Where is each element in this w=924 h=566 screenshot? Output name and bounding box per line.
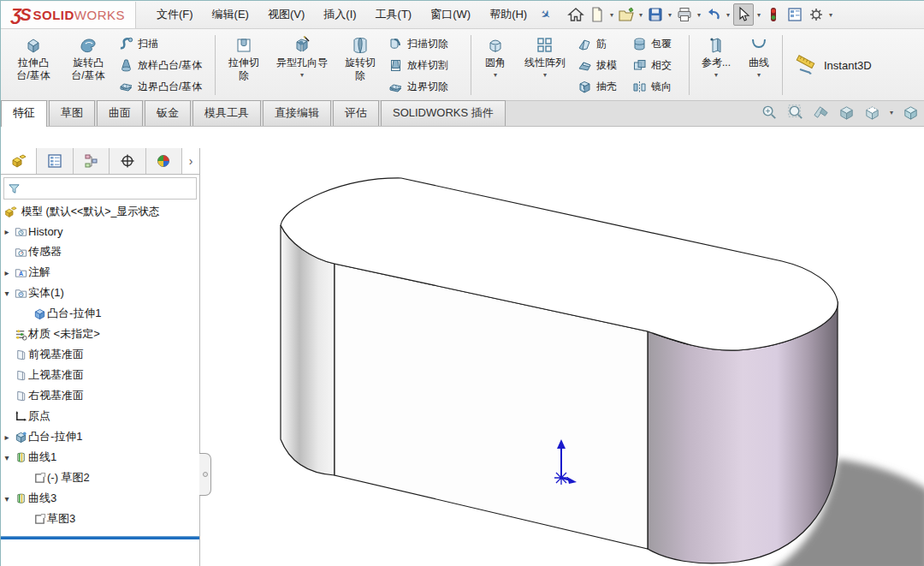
reference-geometry-button[interactable]: 参考... ▾ (693, 32, 739, 98)
undo-button[interactable] (704, 4, 723, 25)
new-dropdown[interactable]: ▾ (610, 11, 613, 19)
rollback-bar[interactable] (1, 536, 199, 539)
tab-direct-editing[interactable]: 直接编辑 (263, 100, 331, 126)
expand-arrow-icon[interactable]: ▾ (1, 494, 13, 503)
display-style-icon[interactable] (863, 104, 881, 122)
tree-item-top-plane[interactable]: 上视基准面 (1, 365, 199, 385)
reference-dropdown[interactable]: ▾ (714, 71, 718, 79)
tab-features[interactable]: 特征 (1, 100, 47, 127)
boundary-cut-button[interactable]: 边界切除 (385, 76, 467, 98)
tree-item-sketch3[interactable]: 草图3 (1, 509, 199, 529)
hole-wizard-button[interactable]: 异型孔向导 ▾ (269, 32, 335, 98)
expand-arrow-icon[interactable]: ▸ (1, 268, 13, 277)
extruded-cut-button[interactable]: 拉伸切 除 (219, 32, 269, 98)
model-left-cylinder-face[interactable] (281, 225, 335, 475)
sweep-button[interactable]: 扫描 (116, 33, 211, 55)
shell-button[interactable]: 抽壳 (574, 76, 629, 98)
home-button[interactable] (566, 4, 585, 25)
tab-dimxpert[interactable] (110, 148, 145, 174)
print-dropdown[interactable]: ▾ (697, 11, 701, 19)
open-dropdown[interactable]: ▾ (639, 11, 643, 19)
tree-item-solid-bodies[interactable]: ▾ 实体(1) (1, 283, 199, 303)
mirror-button[interactable]: 镜向 (629, 76, 685, 98)
loft-boss-button[interactable]: 放样凸台/基体 (116, 55, 211, 76)
menu-file[interactable]: 文件(F) (148, 2, 202, 27)
tree-item-front-plane[interactable]: 前视基准面 (1, 344, 199, 365)
appearance-icon[interactable] (902, 104, 920, 122)
tab-feature-manager[interactable] (1, 148, 37, 174)
tab-display-manager[interactable] (146, 148, 182, 174)
panel-splitter-handle[interactable] (199, 453, 211, 496)
tree-item-history[interactable]: ▸ History (1, 221, 199, 241)
select-dropdown[interactable]: ▾ (757, 11, 761, 19)
print-button[interactable] (675, 4, 694, 25)
tree-item-right-plane[interactable]: 右视基准面 (1, 385, 199, 406)
rib-button[interactable]: 筋 (574, 33, 629, 55)
open-button[interactable] (617, 4, 636, 25)
expand-arrow-icon[interactable]: ▾ (1, 453, 13, 462)
zoom-area-icon[interactable] (786, 104, 804, 122)
boundary-boss-button[interactable]: 边界凸台/基体 (116, 76, 211, 98)
view-orientation-icon[interactable] (838, 104, 856, 122)
display-pane-button[interactable] (785, 4, 804, 25)
tree-item-material[interactable]: 材质 <未指定> (1, 324, 199, 344)
tree-item-sensors[interactable]: 传感器 (1, 241, 199, 262)
tab-mold-tools[interactable]: 模具工具 (192, 100, 261, 126)
lofted-cut-button[interactable]: 放样切割 (385, 55, 467, 76)
fillet-button[interactable]: 圆角 ▾ (475, 32, 516, 98)
tree-item-curve1[interactable]: ▾ 曲线1 (1, 447, 199, 468)
select-button[interactable] (733, 3, 754, 26)
menu-help[interactable]: 帮助(H) (481, 2, 536, 27)
tree-item-boss-extrude1[interactable]: ▸ 凸台-拉伸1 (1, 426, 199, 447)
zoom-fit-icon[interactable] (761, 104, 779, 122)
pin-menu-icon[interactable]: ✈ (537, 6, 554, 23)
wrap-button[interactable]: 包覆 (629, 33, 685, 55)
menu-window[interactable]: 窗口(W) (422, 2, 479, 27)
tree-item-curve3[interactable]: ▾ 曲线3 (1, 488, 199, 509)
tree-item-solid-body-boss-extrude1[interactable]: 凸台-拉伸1 (1, 303, 199, 324)
tree-item-origin[interactable]: 原点 (1, 406, 199, 426)
menu-edit[interactable]: 编辑(E) (204, 2, 258, 27)
menu-view[interactable]: 视图(V) (259, 2, 313, 27)
tree-item-annotations[interactable]: ▸ A 注解 (1, 262, 199, 283)
save-dropdown[interactable]: ▾ (668, 11, 672, 19)
tab-evaluate[interactable]: 评估 (333, 100, 379, 126)
tree-item-sketch2[interactable]: (-) 草图2 (1, 468, 199, 488)
save-button[interactable] (646, 4, 665, 25)
expand-arrow-icon[interactable]: ▸ (1, 227, 13, 236)
menu-insert[interactable]: 插入(I) (315, 2, 364, 27)
undo-dropdown[interactable]: ▾ (726, 11, 730, 19)
draft-button[interactable]: 拔模 (574, 55, 629, 76)
fillet-dropdown[interactable]: ▾ (494, 71, 497, 79)
rebuild-button[interactable] (764, 4, 783, 25)
view-orientation-dropdown[interactable]: ▾ (890, 109, 893, 116)
options-button[interactable] (807, 4, 826, 25)
panel-tabs-overflow[interactable]: › (182, 148, 199, 174)
linear-pattern-dropdown[interactable]: ▾ (543, 71, 547, 79)
revolve-boss-button[interactable]: 旋转凸 台/基体 (61, 32, 116, 98)
expand-arrow-icon[interactable]: ▸ (1, 432, 13, 442)
revolved-cut-button[interactable]: 旋转切 除 (335, 32, 385, 98)
curves-button[interactable]: 曲线 ▾ (739, 32, 779, 98)
tab-configuration-manager[interactable] (74, 148, 110, 174)
extrude-boss-button[interactable]: 拉伸凸 台/基体 (6, 32, 61, 98)
hole-wizard-dropdown[interactable]: ▾ (300, 71, 304, 79)
options-dropdown[interactable]: ▾ (829, 11, 832, 19)
tab-property-manager[interactable] (37, 148, 73, 174)
tree-filter-input[interactable] (3, 177, 197, 200)
expand-arrow-icon[interactable]: ▾ (1, 289, 13, 298)
tree-root-item[interactable]: 模型 (默认<<默认>_显示状态 (1, 201, 199, 221)
intersect-button[interactable]: 相交 (629, 55, 685, 76)
menu-tools[interactable]: 工具(T) (367, 2, 421, 27)
tab-sketch[interactable]: 草图 (49, 100, 95, 126)
new-document-button[interactable] (588, 4, 607, 25)
tab-sheet-metal[interactable]: 钣金 (145, 100, 191, 126)
section-view-icon[interactable] (812, 104, 830, 122)
tab-surfaces[interactable]: 曲面 (97, 100, 143, 126)
wrap-icon (632, 37, 647, 51)
linear-pattern-button[interactable]: 线性阵列 ▾ (516, 32, 574, 98)
curves-dropdown[interactable]: ▾ (757, 71, 761, 79)
swept-cut-button[interactable]: 扫描切除 (385, 33, 467, 55)
instant3d-button[interactable]: Instant3D (786, 32, 879, 98)
tab-solidworks-addins[interactable]: SOLIDWORKS 插件 (381, 100, 506, 126)
